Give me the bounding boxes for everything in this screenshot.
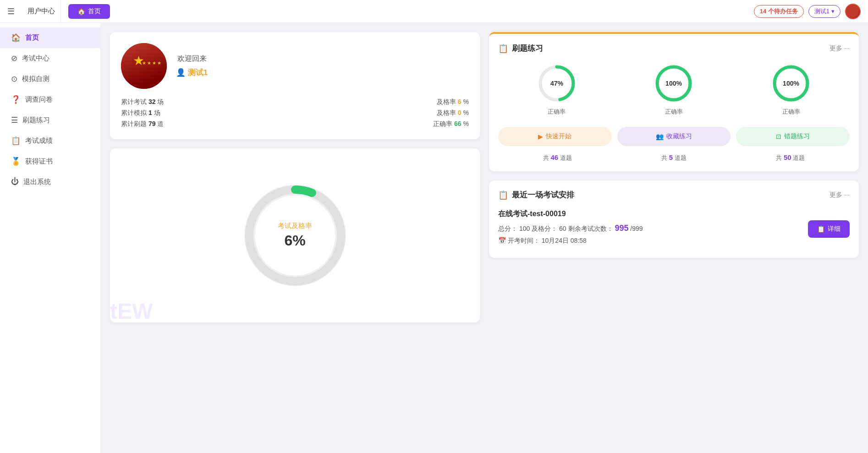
stat-exam: 累计考试 32 场 bbox=[121, 98, 291, 106]
circle-label-3: 正确率 bbox=[782, 108, 800, 116]
pass-rate-card: tEW 考试及格率 6% bbox=[110, 148, 480, 322]
quick-start-button[interactable]: ▶ 快速开始 bbox=[498, 127, 612, 146]
sidebar: 🏠 首页 ⊘ 考试中心 ⊙ 模拟自测 ❓ 调查问卷 ☰ 刷题练习 📋 考试成绩 … bbox=[0, 23, 101, 453]
exam-center-icon: ⊘ bbox=[11, 54, 17, 63]
svg-text:47%: 47% bbox=[550, 80, 564, 87]
profile-avatar bbox=[121, 43, 167, 89]
home-icon: 🏠 bbox=[11, 33, 21, 43]
stat-correct-rate: 正确率 66 % bbox=[300, 120, 469, 128]
pass-rate-label: 考试及格率 bbox=[278, 222, 312, 230]
user-icon: 👤 bbox=[176, 68, 188, 77]
remaining-count: 995 bbox=[615, 224, 628, 233]
menu-toggle[interactable]: ☰ bbox=[0, 6, 22, 16]
stat-pass-rate-mock: 及格率 0 % bbox=[300, 109, 469, 117]
circle-item-1: 47% 正确率 bbox=[536, 63, 577, 116]
collect-practice-button[interactable]: 👥 收藏练习 bbox=[617, 127, 731, 146]
exam-more[interactable]: 更多 ··· bbox=[830, 191, 850, 199]
sidebar-item-scores[interactable]: 📋 考试成绩 bbox=[0, 131, 100, 151]
practice-title: 刷题练习 bbox=[512, 43, 543, 54]
circles-row: 47% 正确率 100% 正确率 bbox=[498, 63, 850, 116]
practice-title-row: 📋 刷题练习 bbox=[498, 43, 543, 54]
pass-rate-value: 6% bbox=[278, 232, 312, 249]
username: 👤 测试1 bbox=[176, 67, 208, 78]
avatar-flag bbox=[846, 5, 860, 18]
sidebar-item-label: 考试中心 bbox=[22, 54, 49, 63]
survey-icon: ❓ bbox=[11, 95, 21, 104]
exam-time-info: 📅 开考时间： 10月24日 08:58 bbox=[498, 237, 808, 245]
circle-label-1: 正确率 bbox=[548, 108, 566, 116]
counts-row: 共 46 道题 共 5 道题 共 50 道题 bbox=[498, 153, 850, 162]
sidebar-item-survey[interactable]: ❓ 调查问卷 bbox=[0, 89, 100, 110]
sidebar-item-label: 退出系统 bbox=[23, 178, 51, 186]
app-title: 用户中心 bbox=[22, 0, 61, 22]
exam-schedule-title: 最近一场考试安排 bbox=[512, 190, 574, 200]
user-label: 测试1 bbox=[814, 7, 830, 16]
avatar[interactable] bbox=[845, 4, 861, 19]
count-item-2: 共 5 道题 bbox=[661, 153, 687, 162]
sidebar-item-label: 首页 bbox=[25, 33, 39, 42]
sidebar-item-label: 考试成绩 bbox=[25, 136, 53, 145]
task-count: 14 bbox=[760, 8, 766, 15]
practice-icon: ☰ bbox=[11, 115, 18, 125]
nav-home-button[interactable]: 🏠 首页 bbox=[68, 4, 110, 19]
donut-container: 考试及格率 6% bbox=[236, 176, 355, 295]
practice-more[interactable]: 更多 ··· bbox=[830, 44, 850, 53]
circle-svg-1: 47% bbox=[536, 63, 577, 104]
exam-scores-info: 总分： 100 及格分： 60 剩余考试次数： 995 /999 bbox=[498, 224, 808, 233]
exam-row: 在线考试-test-00019 总分： 100 及格分： 60 剩余考试次数： … bbox=[498, 209, 850, 249]
certificates-icon: 🏅 bbox=[11, 157, 21, 166]
task-badge[interactable]: 14 个待办任务 bbox=[754, 5, 804, 18]
count-item-3: 共 50 道题 bbox=[776, 153, 805, 162]
practice-card: 📋 刷题练习 更多 ··· 47% bbox=[489, 32, 859, 171]
circle-svg-3: 100% bbox=[770, 63, 812, 104]
sidebar-item-mock-test[interactable]: ⊙ 模拟自测 bbox=[0, 69, 100, 89]
play-icon: ▶ bbox=[538, 133, 543, 140]
exam-name: 在线考试-test-00019 bbox=[498, 209, 808, 219]
circle-item-2: 100% 正确率 bbox=[653, 63, 694, 116]
chevron-down-icon: ▾ bbox=[831, 8, 835, 15]
exam-title-row: 📋 最近一场考试安排 bbox=[498, 190, 574, 200]
svg-text:100%: 100% bbox=[783, 80, 799, 87]
sidebar-item-practice[interactable]: ☰ 刷题练习 bbox=[0, 110, 100, 131]
circle-label-2: 正确率 bbox=[665, 108, 683, 116]
exam-schedule-card: 📋 最近一场考试安排 更多 ··· 在线考试-test-00019 总分： 10… bbox=[489, 180, 859, 258]
sidebar-item-label: 模拟自测 bbox=[22, 75, 49, 83]
wrong-practice-button[interactable]: ⊡ 错题练习 bbox=[736, 127, 850, 146]
welcome-text: 欢迎回来 bbox=[176, 54, 208, 64]
profile-stats: 累计考试 32 场 及格率 6 % 累计模拟 1 场 及格率 0 % 累计刷题 … bbox=[121, 98, 469, 128]
exam-detail-button[interactable]: 📋 详细 bbox=[808, 220, 850, 238]
svg-text:100%: 100% bbox=[666, 80, 682, 87]
sidebar-item-label: 获得证书 bbox=[25, 157, 53, 166]
right-panels: 📋 刷题练习 更多 ··· 47% bbox=[489, 32, 859, 322]
sidebar-item-exam-center[interactable]: ⊘ 考试中心 bbox=[0, 48, 100, 69]
main-layout: 🏠 首页 ⊘ 考试中心 ⊙ 模拟自测 ❓ 调查问卷 ☰ 刷题练习 📋 考试成绩 … bbox=[0, 23, 868, 453]
profile-welcome: 欢迎回来 👤 测试1 bbox=[176, 54, 208, 78]
user-dropdown-button[interactable]: 测试1 ▾ bbox=[808, 5, 841, 18]
exam-card-header: 📋 最近一场考试安排 更多 ··· bbox=[498, 190, 850, 200]
header-actions: 14 个待办任务 测试1 ▾ bbox=[754, 4, 868, 19]
calendar-icon: 📅 bbox=[498, 237, 508, 244]
mock-test-icon: ⊙ bbox=[11, 74, 17, 84]
count-item-1: 共 46 道题 bbox=[543, 153, 572, 162]
sidebar-item-label: 调查问卷 bbox=[25, 95, 53, 104]
home-icon: 🏠 bbox=[77, 8, 85, 15]
logout-icon: ⏻ bbox=[11, 177, 19, 186]
donut-center: 考试及格率 6% bbox=[278, 222, 312, 249]
detail-icon: 📋 bbox=[817, 225, 825, 233]
wrong-icon: ⊡ bbox=[776, 133, 781, 140]
exam-title-icon: 📋 bbox=[498, 190, 508, 200]
sidebar-item-certificates[interactable]: 🏅 获得证书 bbox=[0, 151, 100, 172]
sidebar-item-home[interactable]: 🏠 首页 bbox=[0, 27, 100, 48]
content-area: 欢迎回来 👤 测试1 累计考试 32 场 及格率 6 % 累计模拟 1 场 及格… bbox=[101, 23, 868, 453]
stat-pass-rate-exam: 及格率 6 % bbox=[300, 98, 469, 106]
sidebar-item-logout[interactable]: ⏻ 退出系统 bbox=[0, 172, 100, 192]
practice-card-header: 📋 刷题练习 更多 ··· bbox=[498, 43, 850, 54]
exam-info-block: 在线考试-test-00019 总分： 100 及格分： 60 剩余考试次数： … bbox=[498, 209, 808, 249]
app-header: ☰ 用户中心 🏠 首页 14 个待办任务 测试1 ▾ bbox=[0, 0, 868, 23]
practice-title-icon: 📋 bbox=[498, 44, 508, 54]
flag-decoration bbox=[121, 43, 167, 89]
profile-top: 欢迎回来 👤 测试1 bbox=[121, 43, 469, 89]
collect-icon: 👥 bbox=[656, 133, 664, 140]
scores-icon: 📋 bbox=[11, 136, 21, 146]
stat-practice: 累计刷题 79 道 bbox=[121, 120, 291, 128]
